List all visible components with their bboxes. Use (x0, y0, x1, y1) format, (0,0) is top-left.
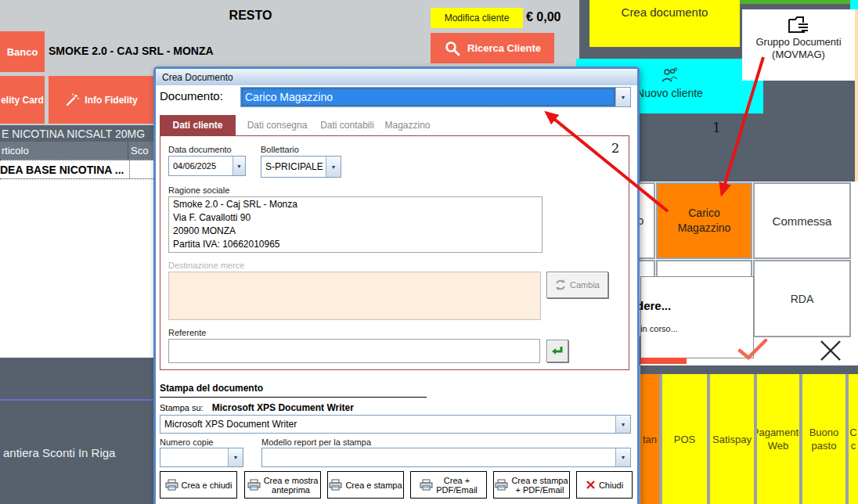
bollettario-field[interactable]: S-PRICIPALE : ▼ (261, 156, 341, 178)
chiudi-button[interactable]: Chiudi (576, 471, 633, 499)
dialog-title: Crea Documento (162, 72, 233, 83)
crea-e-mostra-anteprima-button[interactable]: Crea e mostraanteprima (244, 471, 321, 499)
carico-magazzino-button[interactable]: Carico Magazzino (656, 182, 752, 259)
chevron-down-icon[interactable]: ▼ (228, 448, 243, 466)
carico-label-2: Magazzino (678, 221, 731, 236)
tab-dati-consegna[interactable]: Dati consegna (244, 115, 310, 135)
dialog-titlebar[interactable]: Crea Documento (156, 69, 637, 85)
ricerca-cliente-label: Ricerca Cliente (467, 42, 541, 54)
cambia-button[interactable]: Cambia (546, 272, 608, 298)
ragione-line-3: 20900 MONZA (173, 225, 538, 238)
tab-dati-contabili[interactable]: Dati contabili (315, 115, 379, 135)
documento-label: Documento: (160, 89, 223, 103)
action-label-2: PDF/Email (436, 485, 478, 495)
referente-label: Referente (168, 328, 206, 337)
progress-bar (640, 358, 687, 364)
payment-satispay-button[interactable]: Satispay (710, 374, 754, 504)
green-arrow-icon (551, 345, 564, 358)
payment-buono-pasto-button[interactable]: Buono pasto (802, 374, 845, 504)
wait-popup-subtitle: o in corso... (633, 324, 678, 333)
crea-pdf-email-button[interactable]: Crea +PDF/Email (410, 471, 487, 499)
payment-pos-button[interactable]: POS (662, 374, 707, 504)
crea-documento-button[interactable]: Crea documento (589, 0, 740, 47)
info-fidelity-button[interactable]: Info Fidelity (49, 76, 153, 124)
payment-contanti-partial-button[interactable]: tan (640, 374, 659, 504)
ragione-sociale-label: Ragione sociale (168, 185, 229, 195)
printer-name: Microsoft XPS Document Writer (212, 402, 354, 413)
row-articolo-value: DEA BASE NICOTINA ... (0, 160, 130, 178)
modello-report-combobox[interactable]: ▼ (261, 448, 631, 467)
printer-icon (495, 479, 508, 491)
action-label: Crea e stampa (345, 481, 402, 490)
gruppo-documenti-label-2: (MOVMAG) (772, 49, 825, 61)
referente-pick-button[interactable] (546, 340, 568, 362)
modifica-cliente-button[interactable]: Modifica cliente (431, 8, 523, 28)
payment-partial-button[interactable]: C c (849, 374, 858, 504)
nuovo-cliente-label: Nuovo cliente (636, 87, 703, 99)
destinazione-merce-label: Destinazione merce (168, 261, 244, 270)
stampa-su-line: Stampa su: Microsoft XPS Document Writer (160, 402, 354, 413)
ragione-line-1: Smoke 2.0 - Caj SRL - Monza (173, 198, 538, 211)
chevron-down-icon[interactable]: ▼ (615, 416, 630, 433)
action-label: Chiudi (599, 481, 623, 490)
numero-copie-value (160, 448, 228, 466)
fidelity-card-button[interactable]: elity Card (0, 76, 45, 124)
search-icon (444, 40, 461, 57)
crea-e-chiudi-button[interactable]: Crea e chiudi (160, 471, 237, 499)
action-label: Crea e chiudi (182, 481, 233, 490)
data-documento-label: Data documento (168, 145, 232, 154)
gruppo-documenti-label-1: Gruppo Documenti (755, 36, 841, 49)
gruppo-documenti-button[interactable]: Gruppo Documenti (MOVMAG) (742, 9, 855, 81)
sconti-panel (0, 358, 153, 504)
numero-copie-combobox[interactable]: ▼ (160, 448, 243, 467)
chevron-down-icon[interactable]: ▼ (615, 88, 630, 106)
tab-dati-cliente[interactable]: Dati cliente (160, 115, 236, 135)
documento-selected-value: Carico Magazzino (241, 88, 615, 106)
ragione-line-2: Via F. Cavallotti 90 (173, 211, 538, 225)
total-amount: € 0,00 (526, 10, 561, 24)
chevron-down-icon[interactable]: ▼ (233, 157, 245, 175)
page-number-1: 1 (712, 120, 721, 135)
printer-icon (420, 479, 433, 491)
tab-magazzino[interactable]: Magazzino (385, 115, 430, 135)
article-table-header: rticolo Sco (0, 142, 153, 160)
article-list-title: E NICOTINA NICSALT 20MG (0, 125, 153, 142)
peach-edge-strip (855, 9, 858, 182)
bollettario-label: Bollettario (261, 145, 299, 154)
bottom-slate-strip (640, 365, 858, 374)
referente-input[interactable] (168, 339, 540, 363)
banco-button[interactable]: Banco (0, 31, 45, 72)
rda-button[interactable]: RDA (753, 260, 851, 337)
pos-app-screen: RESTO Banco SMOKE 2.0 - CAJ SRL - MONZA … (0, 0, 858, 504)
data-documento-field[interactable]: 04/06/2025 ▼ (168, 156, 246, 176)
data-documento-value: 04/06/2025 (169, 157, 233, 175)
article-list-empty-area (0, 179, 153, 358)
folder-documents-icon (786, 15, 811, 36)
people-icon (660, 67, 680, 83)
close-icon[interactable] (817, 337, 844, 364)
stampa-section-title: Stampa del documento (160, 383, 427, 398)
cambia-label: Cambia (570, 280, 600, 290)
column-sconto: Sco (128, 142, 153, 160)
crea-e-stampa-button[interactable]: Crea e stampa (327, 471, 404, 499)
modello-report-value (262, 448, 615, 466)
chevron-down-icon[interactable]: ▼ (326, 157, 341, 177)
printer-icon (165, 479, 178, 491)
ragione-line-4: Partita IVA: 10662010965 (173, 238, 538, 251)
documento-combobox[interactable]: Carico Magazzino ▼ (240, 87, 631, 107)
printer-combobox[interactable]: Microsoft XPS Document Writer ▼ (160, 415, 631, 434)
ricerca-cliente-button[interactable]: Ricerca Cliente (431, 33, 554, 63)
store-name: SMOKE 2.0 - CAJ SRL - MONZA (49, 45, 214, 57)
crea-stampa-pdf-email-button[interactable]: Crea e stampa+ PDF/Email (493, 471, 570, 499)
payment-web-button[interactable]: Pagamento Web (757, 374, 799, 504)
commessa-button[interactable]: Commessa (753, 182, 851, 259)
carico-label-1: Carico (678, 206, 731, 221)
action-label: Crea + (444, 476, 470, 485)
swap-arrows-icon (555, 279, 566, 290)
table-row[interactable]: DEA BASE NICOTINA ... (0, 160, 153, 179)
ragione-sociale-field[interactable]: Smoke 2.0 - Caj SRL - Monza Via F. Caval… (168, 196, 543, 253)
chevron-down-icon[interactable]: ▼ (615, 448, 630, 466)
printer-icon (329, 479, 342, 491)
page-number-2: 2 (611, 141, 619, 156)
magic-wand-icon (64, 92, 80, 108)
